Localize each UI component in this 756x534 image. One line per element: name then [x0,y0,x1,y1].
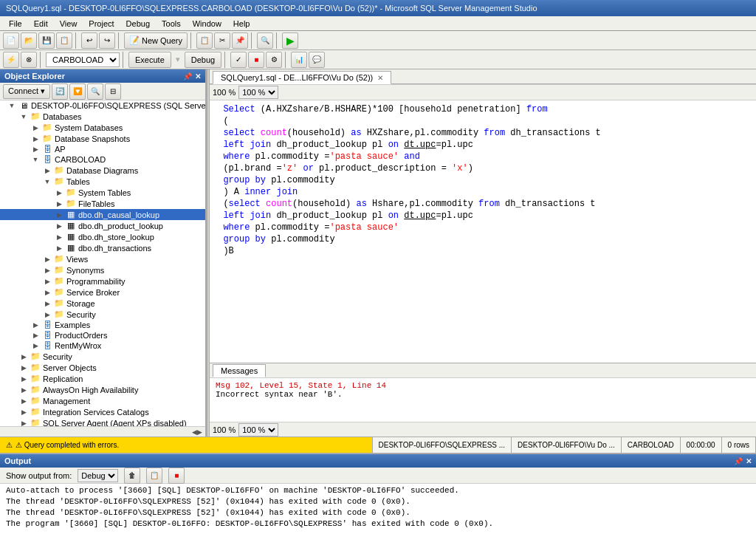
oe-scroll-right-btn[interactable]: ▶ [197,428,202,436]
sep7 [123,52,126,68]
tree-dh-transactions[interactable]: ▶ ▦ dbo.dh_transactions [0,242,205,253]
messages-btn[interactable]: 💬 [309,52,325,68]
check-btn[interactable]: ✓ [230,52,247,68]
tree-top-security[interactable]: ▶ 📁 Security [0,351,205,362]
tree-service-broker[interactable]: ▶ 📁 Service Broker [0,287,205,298]
save-all-btn[interactable]: 📋 [56,32,72,49]
tree-db-diagrams[interactable]: ▶ 📁 Database Diagrams [0,165,205,176]
tree-system-databases[interactable]: ▶ 📁 System Databases [0,122,205,133]
save-btn[interactable]: 💾 [38,32,55,49]
tree-ap-db[interactable]: ▶ 🗄 AP [0,144,205,154]
expand-systables-icon: ▶ [53,189,65,196]
sql-line-1: Select (A.HXZshare/B.HSHARE)*100 [househ… [213,103,753,115]
menu-debug[interactable]: Debug [120,18,156,30]
search-btn[interactable]: 🔍 [257,32,273,49]
connect-btn[interactable]: ⚡ [3,52,19,68]
disconnect-btn[interactable]: ⊗ [21,52,37,68]
tree-dh-causal-lookup[interactable]: ▶ ▦ dbo.dh_causal_lookup [0,209,205,220]
cut-btn[interactable]: ✂ [214,32,230,49]
debug-btn[interactable]: Debug [185,52,221,68]
tree-integration-services[interactable]: ▶ 📁 Integration Services Catalogs [0,406,205,417]
tree-dh-store-lookup[interactable]: ▶ ▦ dbo.dh_store_lookup [0,231,205,242]
menu-edit[interactable]: Edit [28,18,54,30]
tree-databases[interactable]: ▼ 📁 Databases [0,111,205,122]
output-close-icon[interactable]: ✕ [746,457,752,465]
tree-management[interactable]: ▶ 📁 Management [0,395,205,406]
tree-server-objects[interactable]: ▶ 📁 Server Objects [0,362,205,373]
tree-replication[interactable]: ▶ 📁 Replication [0,373,205,384]
output-stop-btn[interactable]: ■ [168,468,185,484]
tree-server[interactable]: ▼ 🖥 DESKTOP-0LI6FFO\SQLEXPRESS (SQL Serv… [0,100,205,111]
rentmywrox-db-label: RentMyWrox [53,341,101,350]
tree-synonyms[interactable]: ▶ 📁 Synonyms [0,264,205,275]
oe-pin-icon[interactable]: 📌 [183,72,192,81]
oe-search-btn[interactable]: 🔍 [87,83,103,100]
oe-connect-label: Connect ▾ [8,86,45,96]
tree-system-tables[interactable]: ▶ 📁 System Tables [0,187,205,198]
menu-window[interactable]: Window [187,18,227,30]
oe-filter-btn[interactable]: 🔽 [69,83,86,100]
oe-close-icon[interactable]: ✕ [195,72,201,81]
sql-editor[interactable]: Select (A.HXZshare/B.HSHARE)*100 [househ… [210,100,756,363]
menu-tools[interactable]: Tools [156,18,187,30]
redo-btn[interactable]: ↪ [99,32,115,49]
tree-carboload-db[interactable]: ▼ 🗄 CARBOLOAD [0,154,205,165]
parse-btn[interactable]: ⚙ [266,52,282,68]
menu-view[interactable]: View [54,18,83,30]
open-btn[interactable]: 📂 [21,32,37,49]
new-query-btn[interactable]: 📝 New Query [124,32,188,49]
output-pin-icon[interactable]: 📌 [734,457,743,465]
tree-tables[interactable]: ▼ 📁 Tables [0,176,205,187]
output-clear-btn[interactable]: 🗑 [124,468,140,484]
sql-query-tab[interactable]: SQLQuery1.sql - DE...LI6FFO\Vu Do (52)) … [213,71,391,84]
undo-btn[interactable]: ↩ [81,32,97,49]
productorders-db-label: ProductOrders [53,331,108,340]
error-line-2: Incorrect syntax near 'B'. [216,390,750,399]
serverobj-folder-icon: 📁 [30,363,41,372]
menu-project[interactable]: Project [83,18,120,30]
sysdb-label: System Databases [53,123,123,132]
menu-help[interactable]: Help [227,18,256,30]
tree-alwayson[interactable]: ▶ 📁 AlwaysOn High Availability [0,384,205,395]
results-btn[interactable]: 📊 [291,52,307,68]
tree-filetables[interactable]: ▶ 📁 FileTables [0,198,205,209]
database-select[interactable]: CARBOLOAD [46,52,120,67]
execute-btn[interactable]: Execute [128,52,171,68]
oe-scroll-left-btn[interactable]: ◀ [192,428,197,436]
tree-dh-product-lookup[interactable]: ▶ ▦ dbo.dh_product_lookup [0,220,205,231]
oe-refresh-btn[interactable]: 🔄 [52,83,68,100]
oe-connect-button[interactable]: Connect ▾ [3,84,50,99]
tree-carboload-security[interactable]: ▶ 📁 Security [0,309,205,320]
tree-rentmywrox-db[interactable]: ▶ 🗄 RentMyWrox [0,340,205,351]
expand-diagrams-icon: ▶ [41,167,53,174]
stop-btn[interactable]: ■ [248,52,264,68]
new-file-btn[interactable]: 📄 [3,32,19,49]
paste-btn[interactable]: 📌 [232,32,248,49]
debug-source-select[interactable]: Debug [78,469,118,482]
expand-carboload-sec-icon: ▶ [41,311,53,318]
zoom-select-2[interactable]: 100 % [238,423,278,437]
expand-tables-icon: ▼ [41,178,53,185]
tree-db-snapshots[interactable]: ▶ 📁 Database Snapshots [0,133,205,144]
sql-line-2: ( [213,115,753,127]
zoom-select[interactable]: 100 % 75 % 125 % [238,86,278,99]
examples-db-label: Examples [53,321,90,329]
status-rows-text: 0 rows [728,441,749,449]
management-folder-icon: 📁 [30,396,41,405]
tree-sql-agent[interactable]: ▶ 📁 SQL Server Agent (Agent XPs disabled… [0,417,205,426]
tree-views[interactable]: ▶ 📁 Views [0,253,205,264]
oe-collapse-btn[interactable]: ⊟ [105,83,121,100]
copy-btn[interactable]: 📋 [196,32,213,49]
tree-storage[interactable]: ▶ 📁 Storage [0,298,205,309]
output-copy-btn[interactable]: 📋 [146,468,162,484]
sep-arrow: ▾ [173,55,183,64]
tree-programmability[interactable]: ▶ 📁 Programmability [0,275,205,287]
tree-productorders-db[interactable]: ▶ 🗄 ProductOrders [0,330,205,340]
sep2 [118,32,121,49]
carboload-db-icon: 🗄 [41,155,53,164]
messages-tab[interactable]: Messages [213,364,266,377]
tree-examples-db[interactable]: ▶ 🗄 Examples [0,320,205,330]
tab-close-icon[interactable]: ✕ [377,74,383,82]
menu-file[interactable]: File [3,18,28,30]
play-btn[interactable]: ▶ [282,32,298,49]
